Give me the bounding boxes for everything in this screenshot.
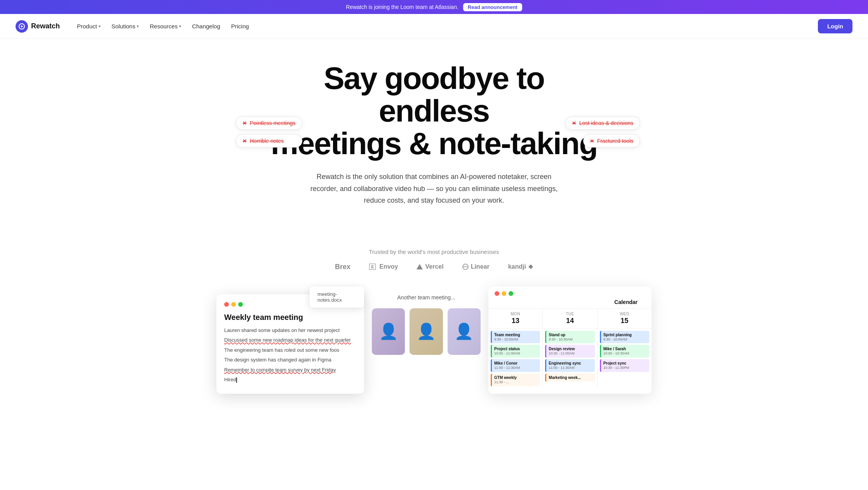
cal-events: Stand up9:30 - 10:30AMDesign review10:30…: [543, 328, 597, 384]
trusted-logo-kandji: kandji: [508, 263, 533, 270]
cal-event: Design review10:30 - 11:00AM: [545, 345, 594, 358]
trusted-logo-brex: Brex: [335, 263, 350, 271]
login-button[interactable]: Login: [818, 19, 852, 33]
cal-event-title: Design review: [549, 346, 592, 351]
calendar-title: Calendar: [590, 299, 645, 305]
chevron-down-icon: ▾: [99, 24, 101, 28]
cal-event-title: Engineering sync: [549, 361, 592, 366]
video-thumb-2[interactable]: 👤: [410, 308, 443, 355]
floating-badges-left: ✕ Pointless meetings ✕ Horrible notes: [236, 116, 302, 148]
nav-pricing[interactable]: Pricing: [227, 20, 254, 33]
cal-event: GTM weekly11:30 - ...: [491, 374, 540, 386]
cal-event-time: 10:00 - 11:00AM: [494, 351, 538, 356]
notes-line-6: Hired: [224, 376, 356, 384]
cal-dot-red: [495, 291, 499, 296]
cal-events: Team meeting9:30 - 10:00AMProject status…: [488, 328, 542, 389]
cal-events: Sprint planning9:30 - 10:00AMMike / Sara…: [598, 328, 652, 374]
logo-link[interactable]: Rewatch: [16, 20, 60, 33]
video-thumb-3[interactable]: 👤: [448, 308, 481, 355]
cal-event-title: Project sync: [603, 361, 647, 366]
cal-day-header: WED15: [598, 309, 652, 328]
dot-green: [238, 302, 243, 307]
notes-line-4: The design system has changed again in F…: [224, 356, 356, 364]
cal-event-time: 11:00 - 11:30AM: [549, 366, 592, 370]
cal-event-time: 9:30 - 10:00AM: [494, 337, 538, 342]
cal-event-title: Project status: [494, 346, 538, 351]
trusted-logo-linear: Linear: [462, 263, 490, 270]
announcement-text: Rewatch is joining the Loom team at Atla…: [346, 4, 458, 10]
notes-line-3: The engineering team has roled out some …: [224, 346, 356, 354]
cal-event-time: 10:30 - 11:30PM: [603, 366, 647, 370]
video-thumb-1[interactable]: 👤: [372, 308, 405, 355]
trusted-label: Trusted by the world's most productive b…: [16, 248, 852, 255]
nav-resources[interactable]: Resources ▾: [145, 20, 186, 33]
floating-badges-right: ✕ Lost ideas & decisions ✕ Fractured too…: [565, 116, 640, 148]
video-label: Another team meeting...: [372, 294, 481, 301]
cal-event: Engineering sync11:00 - 11:30AM: [545, 359, 594, 372]
calendar-window-dots: [488, 287, 652, 296]
cal-day-header: TUE14: [543, 309, 597, 328]
badge-pointless-meetings: ✕ Pointless meetings: [236, 116, 302, 130]
preview-section: meeting-notes.docx Weekly team meeting L…: [201, 283, 667, 417]
logo-text: Rewatch: [31, 22, 60, 30]
hero-subtext: Rewatch is the only solution that combin…: [302, 171, 566, 207]
video-grid: 👤 👤 👤: [372, 308, 481, 355]
dot-yellow: [231, 302, 236, 307]
dot-red: [224, 302, 229, 307]
cal-day-name: TUE: [544, 312, 595, 316]
cal-day-number: 15: [599, 317, 650, 325]
cal-event-title: Marketing week...: [549, 375, 592, 380]
logo-icon: [16, 20, 28, 33]
cal-event-title: Mike / Conor: [494, 361, 538, 366]
cal-event-time: 9:30 - 10:30AM: [549, 337, 592, 342]
x-icon: ✕: [590, 138, 594, 144]
trusted-section: Trusted by the world's most productive b…: [0, 241, 868, 283]
preview-container: meeting-notes.docx Weekly team meeting L…: [216, 283, 652, 394]
chevron-down-icon: ▾: [179, 24, 181, 28]
face-placeholder-3: 👤: [448, 308, 481, 355]
video-thumbnails: Another team meeting... 👤 👤 👤: [372, 283, 481, 394]
cal-day-name: MON: [490, 312, 541, 316]
cal-event-time: 11:00 - 11:30AM: [494, 366, 538, 370]
notes-card: Weekly team meeting Lauren shared some u…: [216, 294, 364, 394]
notes-line-1: Lauren shared some updates on her newest…: [224, 327, 356, 334]
cal-event: Marketing week...: [545, 374, 594, 382]
cal-event: Project sync10:30 - 11:30PM: [600, 359, 649, 372]
cal-day-name: WED: [599, 312, 650, 316]
cal-dot-green: [509, 291, 513, 296]
trusted-logo-vercel: Vercel: [417, 263, 443, 270]
nav-links: Product ▾ Solutions ▾ Resources ▾ Change…: [72, 20, 818, 33]
cal-event: Project status10:00 - 11:00AM: [491, 345, 540, 358]
cal-event: Mike / Sarah10:00 - 10:30AM: [600, 345, 649, 358]
x-icon: ✕: [242, 120, 247, 126]
nav-solutions[interactable]: Solutions ▾: [107, 20, 144, 33]
face-placeholder-2: 👤: [410, 308, 443, 355]
notes-title: Weekly team meeting: [224, 313, 356, 322]
badge-horrible-notes: ✕ Horrible notes: [236, 134, 302, 148]
cal-col-wed: WED15Sprint planning9:30 - 10:00AMMike /…: [598, 309, 652, 389]
face-placeholder-1: 👤: [372, 308, 405, 355]
cal-event-title: GTM weekly: [494, 375, 538, 380]
nav-changelog[interactable]: Changelog: [187, 20, 225, 33]
cal-event: Team meeting9:30 - 10:00AM: [491, 331, 540, 344]
cal-event-title: Mike / Sarah: [603, 346, 647, 351]
cal-day-number: 13: [490, 317, 541, 325]
badge-fractured-tools: ✕ Fractured tools: [583, 134, 640, 148]
hero-section: ✕ Pointless meetings ✕ Horrible notes ✕ …: [259, 39, 609, 241]
cal-event-time: 10:00 - 10:30AM: [603, 351, 647, 356]
cal-day-number: 14: [544, 317, 595, 325]
doc-card: meeting-notes.docx: [310, 287, 364, 308]
cal-event-time: 11:30 - ...: [494, 380, 538, 385]
cal-event: Mike / Conor11:00 - 11:30AM: [491, 359, 540, 372]
announcement-bar: Rewatch is joining the Loom team at Atla…: [0, 0, 868, 14]
cal-event-time: 9:30 - 10:00AM: [603, 337, 647, 342]
nav-product[interactable]: Product ▾: [72, 20, 105, 33]
announcement-cta[interactable]: Read announcement: [463, 3, 522, 11]
text-cursor: [236, 377, 237, 383]
x-icon: ✕: [242, 138, 247, 144]
calendar-header: Calendar: [488, 296, 652, 308]
cal-event-title: Stand up: [549, 332, 592, 337]
trusted-logos: Brex E Envoy Vercel Linear kandji: [16, 263, 852, 271]
hero-heading: Say goodbye to endless meetings & note-t…: [267, 62, 601, 160]
calendar-card: Calendar MON13Team meeting9:30 - 10:00AM…: [488, 287, 652, 394]
